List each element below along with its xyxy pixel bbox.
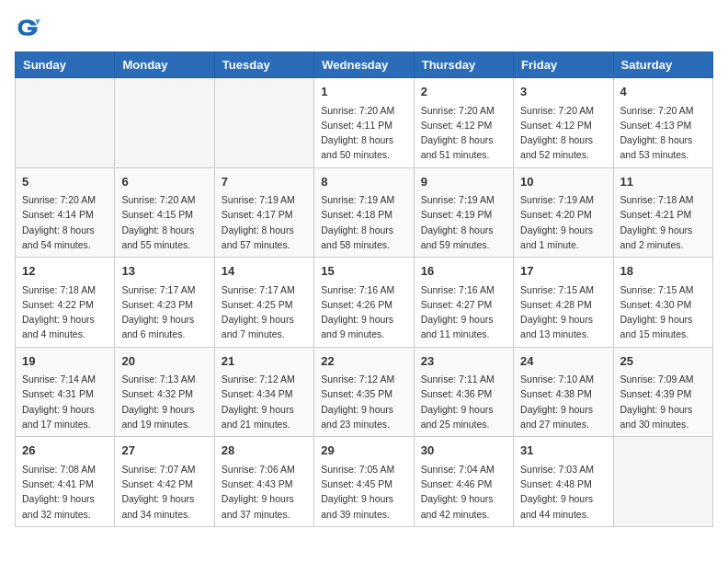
day-info: Sunrise: 7:20 AM Sunset: 4:14 PM Dayligh… [22,192,108,252]
day-info: Sunrise: 7:20 AM Sunset: 4:12 PM Dayligh… [421,103,506,163]
calendar-cell [115,78,214,168]
calendar-week-5: 26Sunrise: 7:08 AM Sunset: 4:41 PM Dayli… [16,437,713,527]
day-number: 30 [421,442,506,460]
day-info: Sunrise: 7:06 AM Sunset: 4:43 PM Dayligh… [222,462,307,522]
calendar-cell: 8Sunrise: 7:19 AM Sunset: 4:18 PM Daylig… [314,167,414,258]
day-number: 29 [321,442,406,460]
calendar-cell: 28Sunrise: 7:06 AM Sunset: 4:43 PM Dayli… [214,437,313,527]
day-number: 21 [222,352,307,371]
calendar-cell: 7Sunrise: 7:19 AM Sunset: 4:17 PM Daylig… [214,167,313,258]
day-number: 15 [321,262,406,281]
calendar-cell: 20Sunrise: 7:13 AM Sunset: 4:32 PM Dayli… [115,347,214,437]
day-info: Sunrise: 7:20 AM Sunset: 4:13 PM Dayligh… [620,103,706,163]
day-info: Sunrise: 7:08 AM Sunset: 4:41 PM Dayligh… [22,462,108,522]
day-number: 6 [121,173,207,191]
calendar-body: 1Sunrise: 7:20 AM Sunset: 4:11 PM Daylig… [16,78,713,527]
calendar-cell: 2Sunrise: 7:20 AM Sunset: 4:12 PM Daylig… [414,78,513,168]
day-number: 18 [620,262,706,281]
day-number: 13 [121,262,207,281]
day-info: Sunrise: 7:05 AM Sunset: 4:45 PM Dayligh… [321,462,406,522]
day-number: 31 [520,442,606,460]
calendar-week-3: 12Sunrise: 7:18 AM Sunset: 4:22 PM Dayli… [16,258,713,348]
day-number: 9 [421,173,506,191]
day-info: Sunrise: 7:16 AM Sunset: 4:27 PM Dayligh… [421,282,506,342]
day-info: Sunrise: 7:18 AM Sunset: 4:22 PM Dayligh… [22,282,108,342]
calendar-cell: 18Sunrise: 7:15 AM Sunset: 4:30 PM Dayli… [613,258,712,348]
day-info: Sunrise: 7:10 AM Sunset: 4:38 PM Dayligh… [520,372,606,431]
day-number: 27 [121,442,207,460]
calendar-cell: 19Sunrise: 7:14 AM Sunset: 4:31 PM Dayli… [16,347,115,437]
day-info: Sunrise: 7:07 AM Sunset: 4:42 PM Dayligh… [121,462,207,522]
calendar-cell: 30Sunrise: 7:04 AM Sunset: 4:46 PM Dayli… [414,437,513,527]
calendar-cell: 4Sunrise: 7:20 AM Sunset: 4:13 PM Daylig… [613,78,712,168]
calendar-cell [613,437,712,527]
weekday-header-tuesday: Tuesday [214,52,313,78]
day-number: 11 [620,173,706,191]
calendar-cell: 31Sunrise: 7:03 AM Sunset: 4:48 PM Dayli… [514,437,613,527]
calendar-table: SundayMondayTuesdayWednesdayThursdayFrid… [15,52,713,527]
calendar-cell [214,78,313,168]
calendar-cell: 24Sunrise: 7:10 AM Sunset: 4:38 PM Dayli… [514,347,613,437]
calendar-week-2: 5Sunrise: 7:20 AM Sunset: 4:14 PM Daylig… [16,167,713,258]
day-number: 14 [222,262,307,281]
day-info: Sunrise: 7:17 AM Sunset: 4:25 PM Dayligh… [222,282,307,342]
calendar-cell: 23Sunrise: 7:11 AM Sunset: 4:36 PM Dayli… [414,347,513,437]
day-number: 7 [222,173,307,191]
logo [15,15,44,40]
calendar-cell: 14Sunrise: 7:17 AM Sunset: 4:25 PM Dayli… [214,258,313,348]
day-info: Sunrise: 7:12 AM Sunset: 4:34 PM Dayligh… [222,372,307,431]
calendar-week-1: 1Sunrise: 7:20 AM Sunset: 4:11 PM Daylig… [16,78,713,168]
calendar-cell: 22Sunrise: 7:12 AM Sunset: 4:35 PM Dayli… [314,347,414,437]
day-number: 16 [421,262,506,281]
calendar-cell: 3Sunrise: 7:20 AM Sunset: 4:12 PM Daylig… [514,78,613,168]
day-info: Sunrise: 7:15 AM Sunset: 4:28 PM Dayligh… [520,282,606,342]
calendar-cell: 16Sunrise: 7:16 AM Sunset: 4:27 PM Dayli… [414,258,513,348]
day-info: Sunrise: 7:15 AM Sunset: 4:30 PM Dayligh… [620,282,706,342]
calendar-cell: 6Sunrise: 7:20 AM Sunset: 4:15 PM Daylig… [115,167,214,258]
day-number: 2 [421,83,506,101]
day-number: 17 [520,262,606,281]
calendar-cell: 13Sunrise: 7:17 AM Sunset: 4:23 PM Dayli… [115,258,214,348]
day-info: Sunrise: 7:13 AM Sunset: 4:32 PM Dayligh… [121,372,207,431]
calendar-cell: 26Sunrise: 7:08 AM Sunset: 4:41 PM Dayli… [16,437,115,527]
day-info: Sunrise: 7:19 AM Sunset: 4:18 PM Dayligh… [321,192,406,252]
weekday-header-monday: Monday [115,52,214,78]
calendar-cell: 21Sunrise: 7:12 AM Sunset: 4:34 PM Dayli… [214,347,313,437]
day-info: Sunrise: 7:19 AM Sunset: 4:19 PM Dayligh… [421,192,506,252]
day-number: 3 [520,83,606,101]
day-info: Sunrise: 7:04 AM Sunset: 4:46 PM Dayligh… [421,462,506,522]
calendar-cell: 12Sunrise: 7:18 AM Sunset: 4:22 PM Dayli… [16,258,115,348]
weekday-header-sunday: Sunday [16,52,115,78]
calendar-cell: 25Sunrise: 7:09 AM Sunset: 4:39 PM Dayli… [613,347,712,437]
calendar-cell: 17Sunrise: 7:15 AM Sunset: 4:28 PM Dayli… [514,258,613,348]
day-info: Sunrise: 7:20 AM Sunset: 4:12 PM Dayligh… [520,103,606,163]
page-header [15,15,713,40]
calendar-cell: 15Sunrise: 7:16 AM Sunset: 4:26 PM Dayli… [314,258,414,348]
calendar-week-4: 19Sunrise: 7:14 AM Sunset: 4:31 PM Dayli… [16,347,713,437]
day-number: 1 [321,83,406,101]
day-info: Sunrise: 7:19 AM Sunset: 4:20 PM Dayligh… [520,192,606,252]
day-number: 8 [321,173,406,191]
day-number: 22 [321,352,406,371]
calendar-cell: 1Sunrise: 7:20 AM Sunset: 4:11 PM Daylig… [314,78,414,168]
day-number: 10 [520,173,606,191]
weekday-header-thursday: Thursday [414,52,513,78]
day-number: 23 [421,352,506,371]
day-number: 26 [22,442,108,460]
svg-marker-0 [36,19,40,25]
day-info: Sunrise: 7:17 AM Sunset: 4:23 PM Dayligh… [121,282,207,342]
calendar-cell: 10Sunrise: 7:19 AM Sunset: 4:20 PM Dayli… [514,167,613,258]
day-number: 25 [620,352,706,371]
day-number: 24 [520,352,606,371]
calendar-header: SundayMondayTuesdayWednesdayThursdayFrid… [16,52,713,78]
day-info: Sunrise: 7:12 AM Sunset: 4:35 PM Dayligh… [321,372,406,431]
calendar-cell: 5Sunrise: 7:20 AM Sunset: 4:14 PM Daylig… [16,167,115,258]
day-info: Sunrise: 7:09 AM Sunset: 4:39 PM Dayligh… [620,372,706,431]
day-info: Sunrise: 7:14 AM Sunset: 4:31 PM Dayligh… [22,372,108,431]
day-info: Sunrise: 7:03 AM Sunset: 4:48 PM Dayligh… [520,462,606,522]
day-info: Sunrise: 7:20 AM Sunset: 4:15 PM Dayligh… [121,192,207,252]
weekday-header-friday: Friday [514,52,613,78]
weekday-row: SundayMondayTuesdayWednesdayThursdayFrid… [16,52,713,78]
calendar-cell: 9Sunrise: 7:19 AM Sunset: 4:19 PM Daylig… [414,167,513,258]
day-info: Sunrise: 7:16 AM Sunset: 4:26 PM Dayligh… [321,282,406,342]
